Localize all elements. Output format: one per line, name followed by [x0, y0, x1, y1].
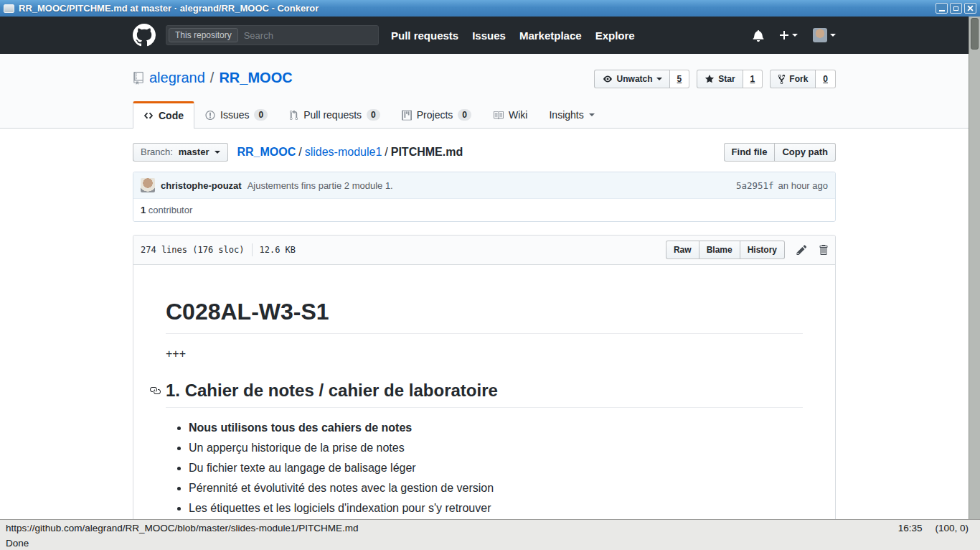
restore-button[interactable] — [950, 3, 962, 14]
window-app-icon — [4, 4, 14, 13]
tab-wiki-label: Wiki — [509, 109, 527, 121]
chevron-down-icon — [656, 78, 662, 80]
watchers-count[interactable]: 5 — [670, 70, 690, 88]
commit-message-link[interactable]: Ajustements fins partie 2 module 1. — [248, 180, 393, 191]
chevron-down-icon — [215, 151, 220, 154]
breadcrumb: RR_MOOC/slides-module1/PITCHME.md — [237, 146, 463, 159]
list-item: Un apperçu historique de la prise de not… — [189, 439, 803, 457]
vertical-scrollbar[interactable] — [969, 17, 980, 519]
breadcrumb-separator: / — [385, 146, 387, 158]
search-input[interactable] — [238, 30, 378, 41]
branch-selector[interactable]: Branch: master — [133, 143, 228, 162]
tab-projects[interactable]: Projects 0 — [391, 101, 482, 128]
branch-name: master — [179, 146, 209, 159]
repo-owner-link[interactable]: alegrand — [149, 70, 205, 86]
close-button[interactable] — [964, 3, 976, 14]
breadcrumb-dir-link[interactable]: slides-module1 — [305, 146, 382, 158]
nav-marketplace[interactable]: Marketplace — [519, 29, 582, 42]
breadcrumb-separator: / — [298, 146, 301, 158]
markdown-list: Nous utilisons tous des cahiers de notes… — [166, 419, 803, 517]
user-avatar — [813, 28, 827, 42]
issue-icon — [205, 110, 215, 121]
github-header: This repository Pull requests Issues Mar… — [0, 17, 969, 54]
create-new-dropdown[interactable] — [779, 29, 798, 41]
history-button[interactable]: History — [740, 241, 785, 259]
tab-code-label: Code — [159, 110, 184, 121]
blame-button[interactable]: Blame — [699, 241, 740, 259]
search-scope-label: This repository — [169, 28, 238, 42]
repo-tabs: Code Issues 0 Pull requests 0 Projects 0 — [133, 101, 836, 128]
nav-issues[interactable]: Issues — [472, 29, 506, 42]
stargazers-count[interactable]: 1 — [743, 70, 763, 88]
star-label: Star — [718, 73, 735, 85]
nav-explore[interactable]: Explore — [595, 29, 635, 42]
find-file-button[interactable]: Find file — [724, 143, 776, 162]
tab-wiki[interactable]: Wiki — [482, 101, 538, 128]
list-item: Nous utilisons tous des cahiers de notes — [189, 419, 803, 437]
status-clock: 16:35 — [898, 523, 923, 533]
tab-insights[interactable]: Insights — [538, 101, 605, 128]
scrollbar-thumb[interactable] — [971, 18, 979, 50]
commit-time: an hour ago — [778, 180, 828, 191]
code-icon — [143, 111, 154, 121]
window-title: RR_MOOC/PITCHME.md at master · alegrand/… — [19, 3, 319, 14]
fork-label: Fork — [789, 73, 808, 85]
fork-button[interactable]: Fork — [770, 70, 816, 88]
browser-statusbar: https://github.com/alegrand/RR_MOOC/blob… — [0, 519, 980, 550]
tab-pull-requests-label: Pull requests — [303, 109, 362, 121]
minimize-icon — [939, 10, 945, 11]
status-url: https://github.com/alegrand/RR_MOOC/blob… — [6, 523, 358, 533]
contributors-link[interactable]: 1 contributor — [141, 205, 192, 215]
issues-counter: 0 — [254, 109, 268, 121]
fork-icon — [778, 74, 786, 85]
chevron-down-icon — [792, 34, 798, 37]
anchor-link-icon[interactable] — [149, 385, 161, 396]
forks-count[interactable]: 0 — [816, 70, 836, 88]
tab-pull-requests[interactable]: Pull requests 0 — [278, 101, 391, 128]
user-menu[interactable] — [813, 28, 836, 42]
header-search[interactable]: This repository — [166, 25, 379, 45]
markdown-paragraph: +++ — [166, 345, 803, 363]
list-item: Les étiquettes et les logiciels d'indexa… — [189, 500, 803, 517]
breadcrumb-repo-link[interactable]: RR_MOOC — [237, 146, 296, 158]
pull-requests-counter: 0 — [367, 109, 380, 121]
book-icon — [493, 110, 504, 121]
browser-viewport: This repository Pull requests Issues Mar… — [0, 17, 980, 519]
tab-issues[interactable]: Issues 0 — [194, 101, 278, 128]
star-button[interactable]: Star — [697, 70, 743, 88]
repo-pagehead: alegrand / RR_MOOC Unwatch 5 — [0, 54, 969, 129]
commit-sha-link[interactable]: 5a2951f — [736, 180, 774, 191]
list-item: Du fichier texte au langage de balisage … — [189, 460, 803, 477]
markdown-h2: 1. Cahier de notes / cahier de laboratoi… — [166, 380, 803, 408]
contributors-count: 1 — [141, 205, 146, 215]
delete-trash-icon[interactable] — [819, 244, 828, 256]
notifications-bell-icon[interactable] — [753, 29, 764, 42]
status-done: Done — [6, 538, 29, 549]
github-logo-icon[interactable] — [133, 24, 156, 47]
project-icon — [402, 110, 412, 121]
breadcrumb-filename: PITCHME.md — [391, 146, 463, 158]
copy-path-button[interactable]: Copy path — [775, 143, 836, 162]
repo-title: alegrand / RR_MOOC — [133, 70, 293, 86]
commit-author-link[interactable]: christophe-pouzat — [161, 180, 242, 191]
status-coordinates: (100, 0) — [935, 523, 969, 533]
star-icon — [705, 74, 715, 84]
nav-pull-requests[interactable]: Pull requests — [391, 29, 458, 42]
window-titlebar: RR_MOOC/PITCHME.md at master · alegrand/… — [0, 0, 980, 17]
unwatch-button[interactable]: Unwatch — [594, 70, 670, 88]
markdown-h2-text: 1. Cahier de notes / cahier de laboratoi… — [166, 381, 498, 400]
commit-author-avatar[interactable] — [141, 178, 155, 192]
rendered-markdown: C028AL-W3-S1 +++ 1. Cahier de notes / ca… — [133, 265, 835, 519]
raw-button[interactable]: Raw — [666, 241, 699, 259]
minimize-button[interactable] — [936, 3, 948, 14]
repo-icon — [133, 72, 144, 85]
repo-title-separator: / — [210, 70, 215, 86]
repo-name-link[interactable]: RR_MOOC — [219, 70, 292, 86]
tab-insights-label: Insights — [549, 109, 583, 121]
tab-code[interactable]: Code — [133, 101, 194, 129]
edit-pencil-icon[interactable] — [796, 244, 807, 256]
file-view-box: 274 lines (176 sloc) 12.6 KB Raw Blame H… — [133, 235, 836, 519]
file-size-info: 12.6 KB — [260, 245, 296, 255]
projects-counter: 0 — [458, 109, 471, 121]
close-icon — [967, 5, 974, 11]
